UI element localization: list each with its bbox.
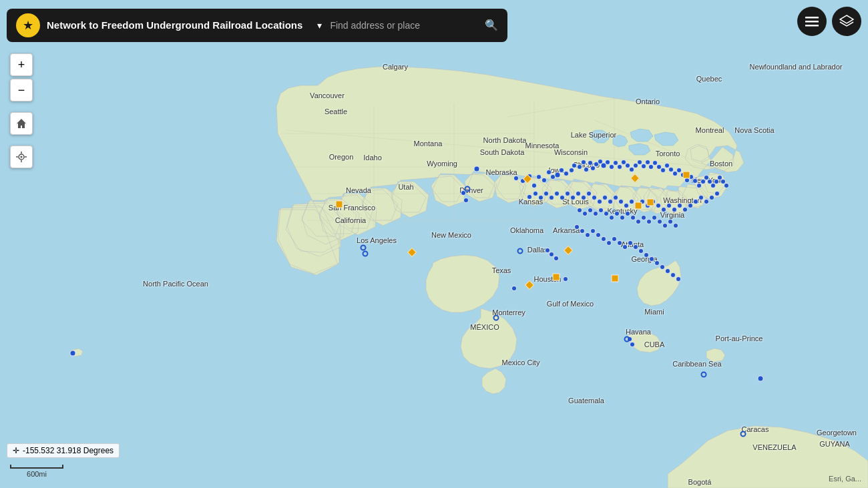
map-marker-blue[interactable]	[633, 244, 638, 250]
map-marker-blue[interactable]	[646, 219, 652, 224]
map-marker-blue[interactable]	[612, 236, 617, 242]
map-marker-gold-square[interactable]	[553, 274, 560, 281]
map-marker-blue[interactable]	[70, 350, 76, 356]
map-marker-blue[interactable]	[580, 228, 585, 234]
map-marker-blue[interactable]	[709, 195, 714, 200]
map-marker-blue[interactable]	[668, 219, 673, 224]
map-marker-blue[interactable]	[670, 272, 676, 278]
map-container[interactable]: CalgaryVancouverSeattleMontanaIdahoOrego…	[0, 0, 868, 488]
map-marker-blue[interactable]	[714, 191, 720, 196]
map-marker-blue[interactable]	[654, 260, 660, 266]
map-marker-blue[interactable]	[560, 195, 565, 200]
map-marker-blue[interactable]	[544, 191, 549, 196]
layers-button[interactable]	[832, 7, 861, 36]
map-marker-blue[interactable]	[577, 164, 582, 170]
map-marker-blue[interactable]	[581, 160, 586, 165]
map-marker-blue[interactable]	[592, 195, 597, 200]
map-marker-blue[interactable]	[511, 286, 517, 291]
map-marker-blue[interactable]	[676, 276, 681, 282]
map-marker-blue[interactable]	[463, 198, 469, 203]
map-marker-blue[interactable]	[541, 178, 547, 183]
map-marker-blue[interactable]	[554, 191, 560, 196]
map-marker-blue-empty[interactable]	[465, 186, 471, 192]
map-marker-blue[interactable]	[693, 199, 698, 204]
map-marker-blue[interactable]	[617, 164, 622, 170]
map-marker-blue[interactable]	[698, 195, 704, 200]
map-marker-gold-square[interactable]	[647, 199, 654, 206]
map-marker-blue[interactable]	[636, 219, 641, 224]
map-marker-blue[interactable]	[618, 199, 624, 204]
map-marker-blue[interactable]	[538, 195, 544, 200]
map-marker-blue[interactable]	[662, 223, 668, 228]
map-marker-blue[interactable]	[570, 195, 576, 200]
map-marker-blue[interactable]	[596, 232, 601, 238]
map-marker-blue[interactable]	[564, 171, 569, 176]
map-marker-blue[interactable]	[661, 207, 666, 212]
map-marker-blue[interactable]	[688, 203, 693, 208]
map-marker-blue[interactable]	[563, 276, 568, 282]
map-marker-blue[interactable]	[666, 203, 672, 208]
map-marker-blue[interactable]	[629, 199, 634, 204]
map-marker-blue[interactable]	[572, 163, 577, 168]
map-marker-blue[interactable]	[588, 208, 593, 213]
map-marker-blue[interactable]	[677, 203, 682, 208]
map-marker-blue-empty[interactable]	[740, 431, 746, 437]
map-marker-blue[interactable]	[644, 252, 649, 258]
map-marker-blue[interactable]	[656, 203, 661, 208]
map-marker-blue[interactable]	[602, 195, 608, 200]
map-marker-blue-empty[interactable]	[361, 245, 367, 251]
search-bar[interactable]: ▾ 🔍	[312, 9, 507, 42]
map-marker-blue[interactable]	[660, 168, 666, 173]
map-marker-blue[interactable]	[549, 195, 554, 200]
map-marker-blue[interactable]	[606, 240, 612, 246]
map-marker-blue[interactable]	[630, 342, 635, 347]
map-marker-blue[interactable]	[652, 215, 657, 220]
map-marker-blue[interactable]	[527, 194, 532, 200]
map-marker-gold-square[interactable]	[612, 275, 619, 282]
map-marker-gold-square[interactable]	[683, 172, 690, 179]
map-marker-gold-square[interactable]	[635, 202, 642, 210]
map-marker-blue[interactable]	[620, 215, 625, 220]
map-marker-blue[interactable]	[569, 168, 574, 173]
map-marker-blue[interactable]	[609, 215, 614, 220]
map-marker-blue-empty[interactable]	[363, 251, 369, 257]
map-marker-blue-empty[interactable]	[624, 336, 630, 342]
map-marker-blue[interactable]	[555, 172, 561, 178]
map-marker-blue[interactable]	[585, 232, 590, 238]
menu-button[interactable]	[797, 7, 827, 36]
map-marker-blue[interactable]	[586, 191, 592, 196]
map-marker-blue[interactable]	[622, 244, 628, 250]
map-marker-blue[interactable]	[617, 240, 622, 246]
zoom-out-button[interactable]: −	[10, 79, 33, 101]
locate-button[interactable]	[10, 146, 33, 168]
map-marker-blue[interactable]	[577, 208, 582, 213]
map-marker-blue[interactable]	[641, 215, 646, 220]
map-marker-blue[interactable]	[581, 195, 586, 200]
map-marker-blue[interactable]	[649, 256, 654, 262]
map-marker-blue[interactable]	[574, 224, 580, 230]
map-marker-blue-empty[interactable]	[517, 248, 523, 254]
map-marker-blue[interactable]	[673, 223, 678, 228]
map-marker-blue[interactable]	[665, 268, 670, 274]
map-marker-blue[interactable]	[660, 264, 665, 270]
map-marker-blue[interactable]	[533, 191, 538, 196]
map-marker-blue[interactable]	[584, 167, 589, 172]
map-marker-blue[interactable]	[672, 207, 677, 212]
map-marker-blue[interactable]	[614, 211, 620, 216]
map-marker-blue[interactable]	[597, 199, 602, 204]
map-marker-gold-square[interactable]	[336, 201, 343, 208]
map-marker-blue[interactable]	[513, 176, 519, 181]
map-marker-blue[interactable]	[630, 215, 636, 220]
map-marker-blue[interactable]	[576, 191, 581, 196]
map-marker-blue[interactable]	[590, 228, 596, 234]
map-marker-blue[interactable]	[613, 195, 618, 200]
zoom-in-button[interactable]: +	[10, 53, 33, 76]
map-marker-blue[interactable]	[593, 211, 598, 216]
map-marker-blue[interactable]	[628, 240, 633, 246]
map-marker-blue[interactable]	[474, 166, 480, 172]
home-button[interactable]	[10, 112, 33, 135]
map-marker-blue[interactable]	[682, 207, 688, 212]
map-marker-blue-empty[interactable]	[493, 315, 499, 321]
search-button[interactable]: 🔍	[479, 15, 503, 35]
map-marker-blue[interactable]	[588, 160, 593, 166]
